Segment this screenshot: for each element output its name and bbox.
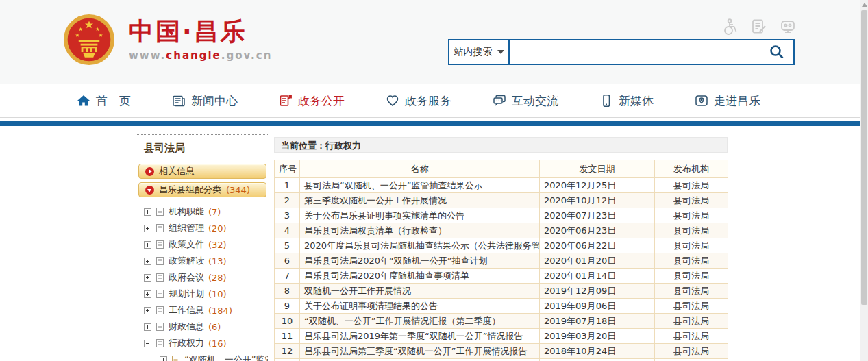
site-logo[interactable]: 中国·昌乐 www.changle.gov.cn <box>63 14 272 66</box>
article-link[interactable]: 关于公布昌乐县证明事项实施清单的公告 <box>300 208 540 223</box>
row-no: 3 <box>275 208 300 223</box>
row-org: 县司法局 <box>655 178 728 193</box>
row-org: 县司法局 <box>655 359 728 361</box>
table-row: 1县司法局“双随机、一公开”监管抽查结果公示2020年12月25日县司法局 <box>275 178 728 193</box>
tree-item-policy-documents[interactable]: 政策文件(32) <box>137 236 268 253</box>
row-date: 2018年10月24日 <box>540 344 655 359</box>
article-link[interactable]: 关于公布证明事项清理结果的公告 <box>300 299 540 314</box>
expand-plus-icon[interactable] <box>160 356 167 361</box>
table-header-row: 序号 名称 发文日期 发布机构 <box>275 160 728 178</box>
expand-plus-icon[interactable] <box>144 225 151 232</box>
home-icon <box>77 94 90 108</box>
article-link[interactable]: 昌乐县司法局2020年度随机抽查事项清单 <box>300 269 540 284</box>
row-date: 2020年06月22日 <box>540 238 655 253</box>
row-no: 11 <box>275 329 300 344</box>
tree-item-double-random[interactable]: “双随机、一公开”监管 <box>137 351 268 361</box>
nav-item-gov-open[interactable]: 政务公开 <box>279 93 345 109</box>
row-no: 4 <box>275 223 300 238</box>
robot-assistant-icon[interactable] <box>779 18 797 36</box>
article-link[interactable]: 县司法局“双随机、一公开”监管抽查结果公示 <box>300 178 540 193</box>
search-scope-label: 站内搜索 <box>454 46 493 58</box>
page: 中国·昌乐 www.changle.gov.cn <box>0 0 868 361</box>
document-icon <box>156 273 164 282</box>
document-icon <box>171 355 180 361</box>
article-link[interactable]: 昌乐县司法局2020年“双随机一公开”抽查计划 <box>300 253 540 269</box>
row-org: 县司法局 <box>655 284 728 299</box>
news-icon <box>172 94 186 108</box>
article-link[interactable]: 昌乐县司法局2019年第一季度“双随机一公开”情况报告 <box>300 329 540 344</box>
col-header-org: 发布机构 <box>655 160 728 178</box>
nav-item-new-media[interactable]: 新媒体 <box>599 93 654 109</box>
national-emblem-icon <box>63 14 115 66</box>
row-no: 8 <box>275 284 300 299</box>
table-row: 8双随机一公开工作开展情况2019年12月09日县司法局 <box>275 284 728 299</box>
search-button[interactable] <box>760 40 793 64</box>
reader-mode-icon[interactable] <box>750 18 768 36</box>
tree-item-fiscal-info[interactable]: 财政信息(6) <box>137 319 268 335</box>
down-circle-icon <box>145 186 154 195</box>
category-tree: 机构职能(7) 组织管理(20) 政策文件(32) 政策解读(13) 政府会议( <box>137 203 268 361</box>
map-pin-icon <box>695 94 708 108</box>
nav-item-home[interactable]: 首 页 <box>77 93 131 109</box>
tree-item-policy-interpretation[interactable]: 政策解读(13) <box>137 253 268 269</box>
tree-item-org-functions[interactable]: 机构职能(7) <box>137 203 268 220</box>
sidebar-button-category[interactable]: 昌乐县组配分类(344) <box>138 182 266 197</box>
magnifier-icon <box>769 44 785 60</box>
expand-plus-icon[interactable] <box>144 323 151 331</box>
col-header-date: 发文日期 <box>540 160 655 178</box>
expand-plus-icon[interactable] <box>144 241 151 249</box>
expand-plus-icon[interactable] <box>144 208 151 216</box>
vertical-scrollbar[interactable] <box>860 0 868 361</box>
article-link[interactable]: 昌乐县司法局权责清单（行政检查） <box>300 223 540 238</box>
row-no: 13 <box>275 359 300 361</box>
tree-item-gov-meetings[interactable]: 政府会议(28) <box>137 269 268 286</box>
article-table: 序号 名称 发文日期 发布机构 1县司法局“双随机、一公开”监管抽查结果公示20… <box>274 160 728 361</box>
row-date: 2020年01月14日 <box>540 269 655 284</box>
table-row: 13昌乐县司法局“双随机、一公开”第三季度工作统计表2018年10月24日县司法… <box>275 359 728 361</box>
row-no: 10 <box>275 314 300 329</box>
site-header: 中国·昌乐 www.changle.gov.cn <box>0 0 868 84</box>
accessibility-icon[interactable] <box>721 18 739 36</box>
row-date: 2020年12月25日 <box>540 178 655 193</box>
row-org: 县司法局 <box>655 299 728 314</box>
document-icon <box>156 322 164 332</box>
document-icon <box>156 289 164 299</box>
article-link[interactable]: 第三季度双随机一公开工作开展情况 <box>300 193 540 208</box>
nav-item-about[interactable]: 走进昌乐 <box>695 93 760 109</box>
heart-icon <box>386 94 399 108</box>
table-row: 2第三季度双随机一公开工作开展情况2020年10月12日县司法局 <box>275 193 728 208</box>
article-link[interactable]: 昌乐县司法局“双随机、一公开”第三季度工作统计表 <box>300 359 540 361</box>
nav-item-interaction[interactable]: 互动交流 <box>493 93 558 109</box>
row-date: 2019年12月09日 <box>540 284 655 299</box>
nav-item-gov-service[interactable]: 政务服务 <box>386 93 451 109</box>
row-no: 6 <box>275 253 300 269</box>
tree-item-admin-power[interactable]: 行政权力(16) <box>137 335 268 351</box>
nav-item-news[interactable]: 新闻中心 <box>172 93 238 109</box>
tree-item-org-management[interactable]: 组织管理(20) <box>137 220 268 236</box>
collapse-minus-icon[interactable] <box>144 340 151 347</box>
row-org: 县司法局 <box>655 344 728 359</box>
expand-plus-icon[interactable] <box>144 307 151 314</box>
article-link[interactable]: 昌乐县司法局第三季度“双随机一公开”工作开展情况报告 <box>300 344 540 359</box>
row-org: 县司法局 <box>655 329 728 344</box>
scroll-up-arrow-icon[interactable] <box>862 3 867 7</box>
article-link[interactable]: “双随机、一公开”工作开展情况汇报（第二季度） <box>300 314 540 329</box>
col-header-no: 序号 <box>275 160 300 178</box>
site-url: www.changle.gov.cn <box>129 49 272 62</box>
expand-plus-icon[interactable] <box>144 258 151 265</box>
row-org: 县司法局 <box>655 269 728 284</box>
expand-plus-icon[interactable] <box>144 274 151 282</box>
table-row: 52020年度昌乐县司法局随机抽查结果公示（公共法律服务管理科）2020年06月… <box>275 238 728 253</box>
chevron-down-icon <box>497 50 504 54</box>
tree-item-planning[interactable]: 规划计划(10) <box>137 286 268 302</box>
article-link[interactable]: 双随机一公开工作开展情况 <box>300 284 540 299</box>
tree-item-work-info[interactable]: 工作信息(184) <box>137 302 268 319</box>
search-scope-dropdown[interactable]: 站内搜索 <box>449 40 510 64</box>
scrollbar-thumb[interactable] <box>861 10 867 305</box>
row-date: 2020年06月23日 <box>540 223 655 238</box>
expand-plus-icon[interactable] <box>144 290 151 298</box>
search-input[interactable] <box>510 40 760 64</box>
sidebar-button-related-info[interactable]: 相关信息 <box>138 164 266 179</box>
article-link[interactable]: 2020年度昌乐县司法局随机抽查结果公示（公共法律服务管理科） <box>300 238 540 253</box>
row-org: 县司法局 <box>655 208 728 223</box>
